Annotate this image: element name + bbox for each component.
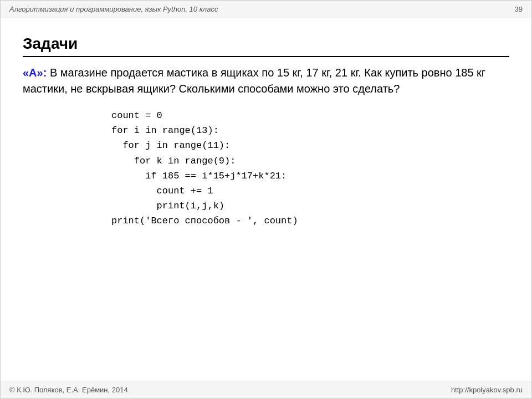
main-content: Задачи «A»: В магазине продается мастика…	[1, 18, 531, 240]
code-line-4: for k in range(9):	[111, 154, 509, 168]
code-line-3: for j in range(11):	[111, 138, 509, 153]
task-body: В магазине продается мастика в ящиках по…	[23, 66, 485, 95]
code-block: count = 0 for i in range(13): for j in r…	[23, 108, 509, 229]
slide-title: Алгоритмизация и программирование, язык …	[9, 5, 218, 13]
page-number: 39	[515, 5, 523, 13]
task-label: «A»:	[23, 66, 47, 79]
bottom-bar: © К.Ю. Поляков, Е.А. Ерёмин, 2014 http:/…	[1, 381, 531, 398]
task-text: «A»: В магазине продается мастика в ящик…	[23, 65, 509, 97]
code-line-7: print(i,j,k)	[111, 198, 509, 213]
footer-right: http://kpolyakov.spb.ru	[451, 386, 523, 394]
code-line-5: if 185 == i*15+j*17+k*21:	[111, 168, 509, 183]
top-bar: Алгоритмизация и программирование, язык …	[1, 1, 531, 18]
section-heading: Задачи	[23, 35, 509, 57]
footer-left: © К.Ю. Поляков, Е.А. Ерёмин, 2014	[9, 386, 128, 394]
code-line-1: count = 0	[111, 108, 509, 123]
code-line-6: count += 1	[111, 183, 509, 198]
code-line-2: for i in range(13):	[111, 123, 509, 138]
code-line-8: print('Всего способов - ', count)	[111, 213, 509, 228]
slide: Алгоритмизация и программирование, язык …	[0, 0, 532, 399]
